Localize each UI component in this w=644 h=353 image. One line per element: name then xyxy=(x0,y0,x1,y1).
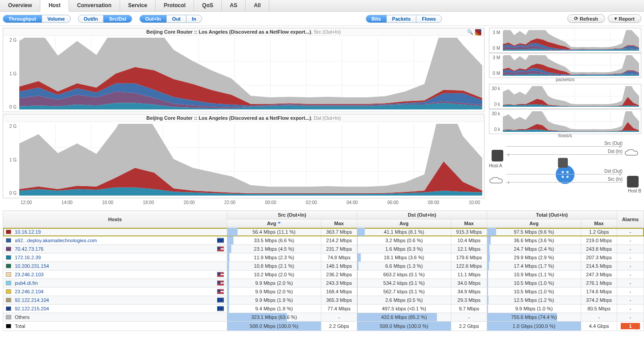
table-row[interactable]: 92.122.214.1049.9 Mbps (1.9 %)365.3 Mbps… xyxy=(3,296,644,305)
mini-chart-2[interactable]: 30 k0 k xyxy=(489,84,641,109)
tab-qos[interactable]: QoS xyxy=(194,0,222,11)
toggle-volume[interactable]: Volume xyxy=(42,15,70,22)
toggle-out[interactable]: Out xyxy=(167,15,186,22)
toggle-out-in[interactable]: Out/In xyxy=(78,15,104,22)
cloud-icon xyxy=(489,177,503,186)
host-cell: 10.16.12.19 xyxy=(3,228,227,236)
chart-plot[interactable] xyxy=(19,38,482,109)
toggle-src-dst[interactable]: Src/Dst xyxy=(104,15,132,22)
chart-menu-icon[interactable] xyxy=(475,29,481,35)
mini-chart-0[interactable]: 3 M0 M xyxy=(489,28,641,53)
flag-icon xyxy=(217,238,224,243)
zoom-icon[interactable]: 🔍 xyxy=(467,29,473,35)
host-cell: Total xyxy=(3,322,227,331)
toggle-out-in[interactable]: Out+In xyxy=(140,15,167,22)
host-link[interactable]: 10.200.231.154 xyxy=(15,263,49,269)
tab-conversation[interactable]: Conversation xyxy=(69,0,120,11)
interface-icon xyxy=(558,158,568,168)
dst-in-label: Dst (In) xyxy=(608,149,622,154)
toggle-packets[interactable]: Packets xyxy=(387,15,417,22)
main-tabs: OverviewHostConversationServiceProtocolQ… xyxy=(0,0,644,12)
toolbar: ThroughputVolume Out/InSrc/Dst Out+InOut… xyxy=(0,12,644,26)
chevron-down-icon: ▾ xyxy=(614,16,617,22)
cloud-icon xyxy=(624,149,639,158)
table-row[interactable]: a92...deploy.akamaitechnologies.com33.5 … xyxy=(3,236,644,245)
host-cell: 23.246.2.104 xyxy=(3,288,227,296)
hosts-table: Hosts Src (Out+In) Dst (Out+In) Total (O… xyxy=(3,210,644,331)
refresh-button[interactable]: ⟳ Refresh xyxy=(567,14,605,23)
mini-chart-1[interactable]: 3 M0 M xyxy=(489,53,641,78)
chart-dst[interactable]: Beijing Core Router :: Los Angeles (Disc… xyxy=(3,114,484,198)
host-b-label: Host B xyxy=(628,188,641,193)
host-link[interactable]: 70.42.73.176 xyxy=(15,246,43,252)
arrow-src-out xyxy=(506,146,622,147)
table-row[interactable]: 23.246.2.10310.2 Mbps (2.0 %)236.2 Mbps6… xyxy=(3,270,644,279)
table-row[interactable]: pub4.di.fm9.9 Mbps (2.0 %)243.3 Mbps534.… xyxy=(3,279,644,288)
col-alarms[interactable]: Alarms xyxy=(617,211,644,228)
host-cell: pub4.di.fm xyxy=(3,279,227,288)
host-a-label: Host A xyxy=(489,163,502,168)
host-link[interactable]: 23.246.2.103 xyxy=(15,272,43,277)
host-cell: 10.200.231.154 xyxy=(3,262,227,270)
tab-overview[interactable]: Overview xyxy=(0,0,40,11)
host-b-icon xyxy=(627,176,639,187)
table-row[interactable]: 10.16.12.1956.4 Mbps (11.1 %)363.7 Mbps4… xyxy=(3,228,644,236)
table-row[interactable]: 70.42.73.17623.1 Mbps (4.5 %)231.7 Mbps1… xyxy=(3,245,644,253)
chart-src[interactable]: Beijing Core Router :: Los Angeles (Disc… xyxy=(3,28,484,112)
arrow-dst-in xyxy=(506,154,622,155)
host-cell: Others xyxy=(3,313,227,322)
toggle-in[interactable]: In xyxy=(186,15,202,22)
chart-area: Beijing Core Router :: Los Angeles (Disc… xyxy=(0,26,644,210)
table-row[interactable]: 23.246.2.1049.9 Mbps (2.0 %)168.4 Mbps56… xyxy=(3,288,644,296)
host-link[interactable]: a92...deploy.akamaitechnologies.com xyxy=(15,238,97,243)
table-row[interactable]: Others323.1 Mbps (63.6 %)-432.6 Mbps (85… xyxy=(3,313,644,322)
host-link[interactable]: pub4.di.fm xyxy=(15,280,38,286)
refresh-label: Refresh xyxy=(580,16,598,22)
y-ticks: 2 G1 G0 G xyxy=(3,36,18,111)
unit-toggle: BitsPacketsFlows xyxy=(366,15,442,23)
tab-service[interactable]: Service xyxy=(120,0,156,11)
host-cell: 92.122.214.104 xyxy=(3,296,227,305)
x-ticks: 12:0014:0016:0018:0020:0022:0000:0002:00… xyxy=(3,200,484,207)
host-cell: 92.122.215.204 xyxy=(3,305,227,313)
host-link[interactable]: 92.122.215.204 xyxy=(15,306,49,311)
col-total: Total (Out+In) xyxy=(487,211,617,219)
table-row[interactable]: 10.200.231.15410.8 Mbps (2.1 %)148.1 Mbp… xyxy=(3,262,644,270)
tab-as[interactable]: AS xyxy=(222,0,246,11)
host-link[interactable]: 10.16.12.19 xyxy=(15,229,41,235)
host-a-icon xyxy=(492,150,503,161)
toggle-flows[interactable]: Flows xyxy=(416,15,441,22)
col-dst-avg[interactable]: Avg xyxy=(357,219,451,228)
col-tot-avg[interactable]: Avg xyxy=(487,219,581,228)
tab-host[interactable]: Host xyxy=(40,0,69,12)
toggle-throughput[interactable]: Throughput xyxy=(3,15,42,22)
chart-plot[interactable] xyxy=(19,124,482,196)
table-group-header: Hosts Src (Out+In) Dst (Out+In) Total (O… xyxy=(3,211,644,219)
flag-icon xyxy=(217,306,224,311)
host-link[interactable]: 172.16.2.39 xyxy=(15,255,41,260)
src-in-label: Src (In) xyxy=(608,177,622,182)
host-link[interactable]: 23.246.2.104 xyxy=(15,289,43,294)
flag-icon xyxy=(217,298,224,303)
flow-diagram: Host A Host B Src (Out) Dst (In) Dst (Ou… xyxy=(489,142,641,207)
col-hosts[interactable]: Hosts xyxy=(3,211,227,228)
report-button[interactable]: ▾ Report xyxy=(608,14,641,23)
col-dst-max[interactable]: Max xyxy=(451,219,487,228)
direction2-toggle: Out+InOutIn xyxy=(139,15,202,23)
table-row[interactable]: Total508.0 Mbps (100.0 %)2.2 Gbps508.0 M… xyxy=(3,322,644,331)
table-row[interactable]: 172.16.2.3911.9 Mbps (2.3 %)74.8 Mbps18.… xyxy=(3,253,644,262)
alarm-badge[interactable]: 1 xyxy=(621,323,640,329)
flag-icon xyxy=(217,247,224,252)
col-tot-max[interactable]: Max xyxy=(581,219,617,228)
flag-icon xyxy=(217,289,224,294)
direction1-toggle: Out/InSrc/Dst xyxy=(78,15,132,23)
toggle-bits[interactable]: Bits xyxy=(366,15,387,22)
table-row[interactable]: 92.122.215.2049.4 Mbps (1.8 %)77.4 Mbps4… xyxy=(3,305,644,313)
tab-all[interactable]: All xyxy=(246,0,269,11)
mini-chart-3[interactable]: 30 k0 k xyxy=(489,109,641,134)
col-src-avg[interactable]: Avg xyxy=(227,219,321,228)
col-src-max[interactable]: Max xyxy=(321,219,357,228)
host-link[interactable]: 92.122.214.104 xyxy=(15,297,49,303)
tab-protocol[interactable]: Protocol xyxy=(156,0,194,11)
y-ticks: 2 G1 G0 G xyxy=(3,122,18,197)
